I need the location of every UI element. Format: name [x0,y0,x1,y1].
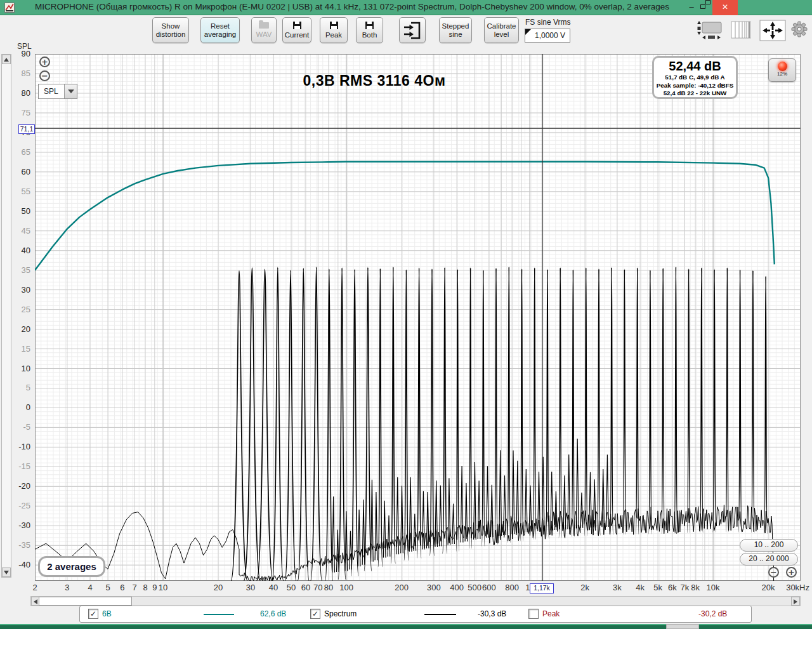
x-tick-label: 300 [427,583,441,592]
y-tick-label: 30 [11,285,30,295]
background-window-body [0,629,812,650]
legend-line-sample-spectrum [424,614,456,615]
settings-gear-icon[interactable] [790,20,808,41]
x-tick-label: 80 [324,583,333,592]
save-peak-button[interactable]: Peak [320,17,348,43]
scroll-down-button[interactable] [2,567,11,577]
chevron-down-icon [64,84,77,98]
legend-checkbox-response[interactable]: ✓ [88,609,98,619]
x-tick-label: 200 [395,583,409,592]
zoom-out-button[interactable]: − [39,70,50,81]
horizontal-scrollbar[interactable] [30,596,801,606]
axis-mode-dropdown[interactable]: SPL [38,84,77,99]
level-readout-box: 52,44 dB 51,7 dB C, 49,9 dB A Peak sampl… [652,56,738,99]
legend-label-spectrum: Spectrum [324,609,357,618]
cursor-frequency-box[interactable]: 1,17k [530,583,554,594]
y-tick-label: 65 [11,147,30,157]
x-tick-label: 5 [105,583,110,592]
y-tick-label: 20 [11,324,30,334]
stepped-sine-button[interactable]: Stepped sine [439,17,472,43]
legend-value-spectrum: -30,3 dB [478,609,506,618]
grid-scale-icon[interactable] [731,21,751,41]
y-tick-label: 90 [11,49,30,58]
reset-averaging-button[interactable]: Reset averaging [200,17,240,43]
x-tick-label: 50 [287,583,296,592]
save-icon [293,22,301,29]
range-20-20000-button[interactable]: 20 .. 20 000 [740,553,798,566]
y-tick-label: 40 [11,246,30,255]
input-corner-marker-icon [525,29,531,35]
fs-sine-vrms-input[interactable] [525,29,570,43]
plot-canvas[interactable] [35,54,801,581]
x-tick-label: 4 [88,583,92,592]
save-both-button[interactable]: Both [356,17,383,43]
x-tick-label: 2 [32,583,37,592]
x-tick-label: 400 [450,583,464,592]
y-tick-label: 10 [11,364,30,373]
toolbar: Show distortion Reset averaging WAV Curr… [0,16,812,50]
maximize-button[interactable] [698,0,712,15]
readout-weighted-levels: 51,7 dB C, 49,9 dB A [654,74,736,82]
x-tick-label: 800 [505,583,519,592]
legend-checkbox-peak[interactable] [528,609,539,619]
range-10-200-button[interactable]: 10 .. 200 [740,539,798,552]
capture-input-button[interactable] [399,17,426,43]
legend-bar: ✓ 6В 62,6 dB ✓ Spectrum -30,3 dB Peak -3… [79,606,752,623]
y-tick-label: 35 [11,265,30,275]
x-tick-label: 30kHz [786,583,809,592]
up-arrow-icon [4,58,9,62]
spectrum-analyzer-window: MICROPHONE (Общая громкость) R on Микроф… [0,0,812,650]
spectrum-plot[interactable] [35,54,801,581]
save-icon [330,22,338,29]
scroll-up-button[interactable] [2,55,11,64]
legend-checkbox-spectrum[interactable]: ✓ [310,609,320,619]
x-tick-label: 10k [707,583,720,592]
y-tick-label: -35 [11,540,30,550]
readout-main-level: 52,44 dB [654,58,736,74]
x-tick-label: 6 [120,583,124,592]
input-level-led-button[interactable]: 12% [768,58,796,82]
save-wav-button[interactable]: WAV [251,17,277,43]
chart-title: 0,3В RMS 3116 4Ом [279,72,469,90]
x-tick-label: 70 [313,583,322,592]
show-distortion-button[interactable]: Show distortion [152,17,189,43]
zoom-in-button[interactable]: + [39,56,50,67]
x-tick-label: 500 [468,583,481,592]
scroll-right-button[interactable] [791,597,800,606]
y-tick-label: 0 [11,402,30,412]
y-tick-label: 25 [11,305,30,314]
readout-peak-sample: Peak sample: -40,12 dBFS [654,82,736,90]
display-settings-icon[interactable] [697,20,726,43]
legend-label-response: 6В [102,609,112,618]
y-tick-label: 55 [11,187,30,196]
x-tick-label: 7 [133,583,137,592]
y-tick-label: -25 [11,501,30,510]
background-window-fragment [666,624,699,629]
pan-icon[interactable] [759,20,786,44]
save-current-button[interactable]: Current [282,17,311,43]
calibrate-level-button[interactable]: Calibrate level [484,17,519,43]
x-tick-label: 20k [762,583,775,592]
y-tick-label: -10 [11,442,30,451]
y-tick-label: -30 [11,521,30,530]
y-tick-label: -5 [11,422,30,432]
y-tick-label: -40 [11,560,30,569]
x-tick-label: 2k [580,583,589,592]
wav-label: WAV [256,30,272,39]
zoom-out-x-button[interactable]: − [768,567,779,578]
minimize-button[interactable]: – [684,0,698,15]
zoom-in-x-button[interactable]: + [786,567,797,578]
y-tick-label: -15 [11,461,30,471]
y-tick-label: 5 [11,383,30,392]
record-led-icon [778,62,787,71]
input-level-percent: 12% [769,71,796,77]
x-tick-label: 40 [269,583,278,592]
y-tick-label: 60 [11,167,30,176]
cursor-level-box[interactable]: 71,1 [18,124,35,134]
x-tick-label: 30 [246,583,255,592]
x-tick-label: 8 [143,583,147,592]
horizontal-scrollbar-thumb[interactable] [39,597,132,606]
vertical-scrollbar[interactable] [1,54,11,578]
current-label: Current [285,31,309,39]
close-button[interactable]: ✕ [712,0,738,15]
